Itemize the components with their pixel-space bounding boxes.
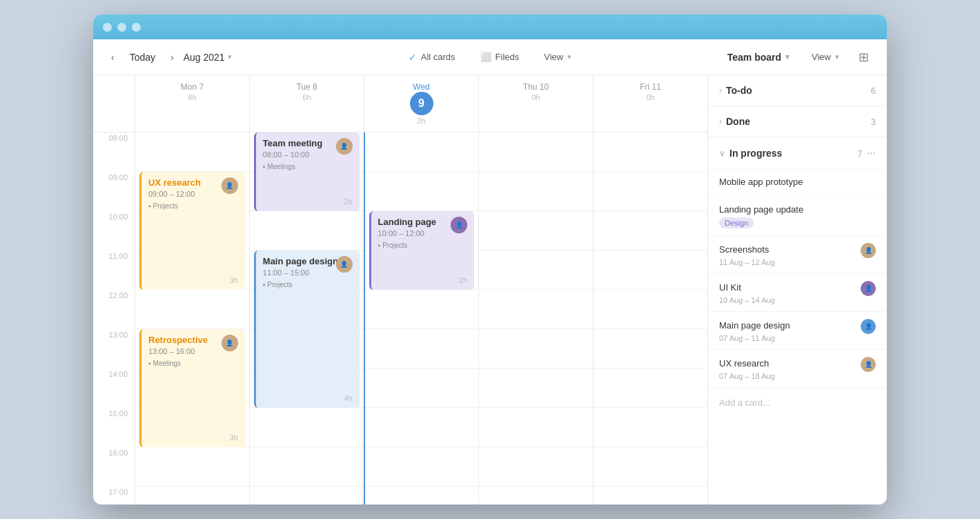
hour-tue-15 — [250, 408, 364, 447]
hour-mon-17 — [135, 487, 249, 505]
traffic-light-maximize[interactable] — [132, 23, 141, 32]
day-header-thu: Thu 10 0h — [478, 75, 593, 132]
hour-fri-12 — [594, 290, 707, 329]
team-meetings-icon: ▪ — [263, 163, 266, 170]
sidebar-in-progress-header[interactable]: ∨ In progress 7 ··· — [708, 137, 887, 169]
day-header-tue: Tue 8 6h — [249, 75, 364, 132]
hour-fri-13 — [594, 329, 707, 369]
hour-fri-15 — [594, 408, 707, 447]
event-ux-research-duration: 3h — [230, 276, 238, 284]
team-board-label: Team board — [727, 52, 781, 63]
all-cards-label: All cards — [421, 52, 455, 62]
team-board-button[interactable]: Team board ▾ — [721, 48, 796, 66]
sidebar: › To-do 6 › Done 3 ∨ In progress 7 — [707, 75, 887, 505]
done-title: Done — [726, 116, 867, 127]
view-button[interactable]: View ▾ — [537, 48, 578, 66]
nav-next-button[interactable]: › — [166, 49, 178, 66]
sidebar-item-screenshots[interactable]: Screenshots 👤 11 Aug – 12 Aug — [708, 235, 887, 273]
screenshots-title: Screenshots — [719, 244, 769, 255]
sidebar-item-ui-kit[interactable]: UI Kit 👤 10 Aug – 14 Aug — [708, 273, 887, 311]
hour-thu-09 — [479, 172, 593, 211]
day-headers: Mon 7 8h Tue 8 6h Wed 9 2h Thu 10 0h — [93, 75, 707, 133]
nav-prev-button[interactable]: ‹ — [107, 49, 119, 66]
toolbar-center: ✓ All cards ⬜ Fileds View ▾ — [362, 48, 618, 66]
sidebar-todo-header[interactable]: › To-do 6 — [708, 75, 887, 106]
hour-fri-11 — [594, 251, 707, 290]
sidebar-item-main-page-design-sidebar[interactable]: Main page design 👤 07 Aug – 11 Aug — [708, 311, 887, 349]
ux-research-sidebar-title: UX research — [719, 358, 769, 369]
event-retrospective-avatar: 👤 — [222, 335, 238, 351]
todo-count: 6 — [871, 86, 876, 96]
done-toggle-icon: › — [719, 117, 722, 126]
date-selector[interactable]: Aug 2021 ▾ — [184, 52, 232, 63]
time-label-14: 14:00 — [93, 369, 135, 408]
hour-tue-17 — [250, 487, 364, 505]
hour-mon-12 — [135, 290, 249, 329]
sidebar-item-landing-page-update[interactable]: Landing page update Design — [708, 197, 887, 235]
team-board-dropdown-icon: ▾ — [785, 52, 790, 61]
team-meetings-label: Meetings — [267, 163, 295, 170]
view2-label: View — [812, 52, 831, 62]
time-label-10: 10:00 — [93, 211, 135, 251]
event-main-page-design-tag: ▪ Projects — [263, 281, 293, 288]
meetings-tag-icon: ▪ — [148, 360, 151, 367]
landing-page-update-title: Landing page update — [719, 204, 876, 215]
fileds-button[interactable]: ⬜ Fileds — [473, 48, 527, 66]
sidebar-toggle-button[interactable]: ⊞ — [854, 47, 873, 68]
meetings-tag-label: Meetings — [153, 360, 182, 367]
hour-thu-11 — [479, 251, 593, 290]
calendar-body: 08:00 09:00 10:00 11:00 12:00 13:00 14:0… — [93, 133, 707, 505]
fileds-label: Fileds — [496, 52, 520, 62]
time-label-09: 09:00 — [93, 172, 135, 211]
today-button[interactable]: Today — [124, 49, 161, 66]
event-ux-research[interactable]: UX research 09:00 – 12:00 ▪ Projects 3h … — [139, 172, 245, 290]
avatar-img: 👤 — [861, 357, 876, 372]
projects-tag-icon: ▪ — [148, 202, 151, 210]
event-landing-page[interactable]: Landing page 10:00 – 12:00 ▪ Projects 2h… — [369, 211, 475, 290]
sidebar-item-ux-research-sidebar[interactable]: UX research 👤 07 Aug – 18 Aug — [708, 349, 887, 387]
hour-mon-16 — [135, 447, 249, 487]
day-name-mon: Mon 7 — [135, 82, 249, 92]
main-window: ‹ Today › Aug 2021 ▾ ✓ All cards ⬜ Filed… — [93, 14, 887, 505]
time-label-17: 17:00 — [93, 487, 135, 505]
hour-thu-16 — [479, 447, 593, 487]
time-gutter: 08:00 09:00 10:00 11:00 12:00 13:00 14:0… — [93, 133, 135, 505]
landing-projects-icon: ▪ — [378, 242, 381, 249]
screenshots-avatar: 👤 — [861, 243, 876, 258]
time-label-16: 16:00 — [93, 447, 135, 487]
day-column-tue: Team meeting 08:00 – 10:00 ▪ Meetings 2h… — [249, 133, 364, 505]
time-label-15: 15:00 — [93, 408, 135, 447]
event-landing-page-tag: ▪ Projects — [378, 242, 408, 249]
in-progress-count: 7 — [857, 148, 862, 159]
ux-research-sidebar-avatar: 👤 — [861, 357, 876, 372]
event-main-page-design[interactable]: Main page design 11:00 – 15:00 ▪ Project… — [254, 251, 360, 408]
sidebar-done-header[interactable]: › Done 3 — [708, 106, 887, 137]
traffic-light-close[interactable] — [103, 23, 112, 32]
event-retrospective[interactable]: Retrospective 13:00 – 16:00 ▪ Meetings 3… — [139, 329, 245, 447]
hour-fri-17 — [594, 487, 707, 505]
sidebar-item-mobile-app[interactable]: Mobile app prototype — [708, 169, 887, 197]
main-projects-icon: ▪ — [263, 281, 266, 288]
hour-wed-15 — [365, 408, 479, 447]
hour-tue-10 — [250, 211, 364, 251]
event-main-page-design-avatar: 👤 — [336, 256, 353, 273]
day-number-wed: 9 — [410, 92, 433, 115]
day-hours-mon: 8h — [135, 93, 249, 101]
view2-button[interactable]: View ▾ — [805, 48, 846, 66]
event-main-page-design-duration: 4h — [344, 394, 352, 402]
in-progress-more-icon[interactable]: ··· — [867, 147, 876, 159]
main-page-design-sidebar-title: Main page design — [719, 320, 790, 331]
mobile-app-title: Mobile app prototype — [719, 177, 876, 187]
event-team-meeting[interactable]: Team meeting 08:00 – 10:00 ▪ Meetings 2h… — [254, 133, 360, 211]
all-cards-button[interactable]: ✓ All cards — [402, 48, 462, 66]
todo-title: To-do — [726, 85, 867, 96]
view-label: View — [544, 52, 563, 62]
avatar-img: 👤 — [861, 243, 876, 258]
traffic-light-minimize[interactable] — [117, 23, 126, 32]
avatar-img: 👤 — [336, 138, 353, 155]
landing-page-update-meta: Design — [719, 217, 876, 228]
done-count: 3 — [871, 117, 876, 127]
day-header-mon: Mon 7 8h — [135, 75, 249, 132]
time-label-11: 11:00 — [93, 251, 135, 290]
add-card-button[interactable]: Add a card... — [708, 388, 887, 418]
